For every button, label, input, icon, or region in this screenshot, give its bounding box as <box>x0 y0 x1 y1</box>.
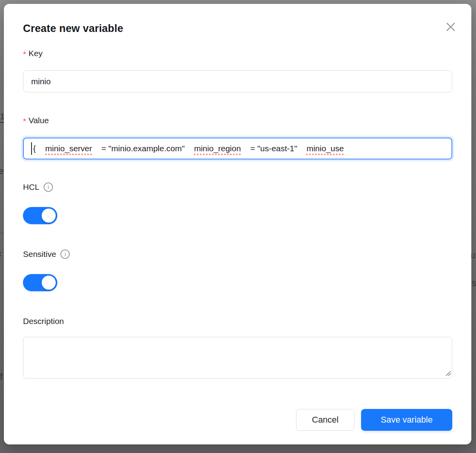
toggle-knob <box>42 209 56 223</box>
value-text: {minio_server= "minio.example.com"minio_… <box>33 144 353 153</box>
required-asterisk: * <box>23 50 26 59</box>
background-text-fragment: e <box>0 167 4 175</box>
sensitive-label: Sensitive <box>23 250 56 259</box>
background-divider <box>0 233 4 234</box>
cancel-button[interactable]: Cancel <box>296 409 354 431</box>
key-label: Key <box>28 49 42 58</box>
background-text-fragment: ut <box>471 251 476 260</box>
value-label-row: * Value <box>23 116 49 125</box>
value-token: = "us-east-1" <box>250 144 297 153</box>
hcl-label: HCL <box>23 182 39 192</box>
modal-footer: Cancel Save variable <box>296 409 452 431</box>
description-label: Description <box>23 317 64 326</box>
background-text-fragment: f <box>0 372 3 381</box>
value-input[interactable]: {minio_server= "minio.example.com"minio_… <box>23 138 452 159</box>
info-icon[interactable]: i <box>44 182 53 192</box>
sensitive-toggle[interactable] <box>23 274 57 291</box>
toggle-knob <box>42 276 56 290</box>
create-variable-modal: Create new variable * Key * Value {minio… <box>4 4 471 444</box>
close-x-glyph <box>445 21 457 33</box>
save-variable-button[interactable]: Save variable <box>361 409 452 431</box>
value-token: minio_region <box>194 144 241 153</box>
value-token: = "minio.example.com" <box>101 144 185 153</box>
close-icon[interactable] <box>443 19 459 35</box>
key-input[interactable] <box>23 70 452 92</box>
hcl-toggle[interactable] <box>23 207 57 224</box>
sensitive-label-row: Sensitive i <box>23 250 70 259</box>
value-token: minio_use <box>307 144 344 153</box>
required-asterisk: * <box>23 117 26 126</box>
description-label-row: Description <box>23 317 64 326</box>
background-text-fragment: s <box>472 278 476 288</box>
description-textarea[interactable] <box>23 337 452 379</box>
value-label: Value <box>28 116 49 125</box>
background-text-fragment: c <box>0 250 1 258</box>
info-icon[interactable]: i <box>60 250 70 259</box>
value-token: minio_server <box>45 144 92 153</box>
modal-title: Create new variable <box>23 23 123 35</box>
hcl-label-row: HCL i <box>23 182 53 192</box>
key-label-row: * Key <box>23 49 42 58</box>
value-token: { <box>33 144 36 153</box>
text-caret <box>31 142 32 155</box>
